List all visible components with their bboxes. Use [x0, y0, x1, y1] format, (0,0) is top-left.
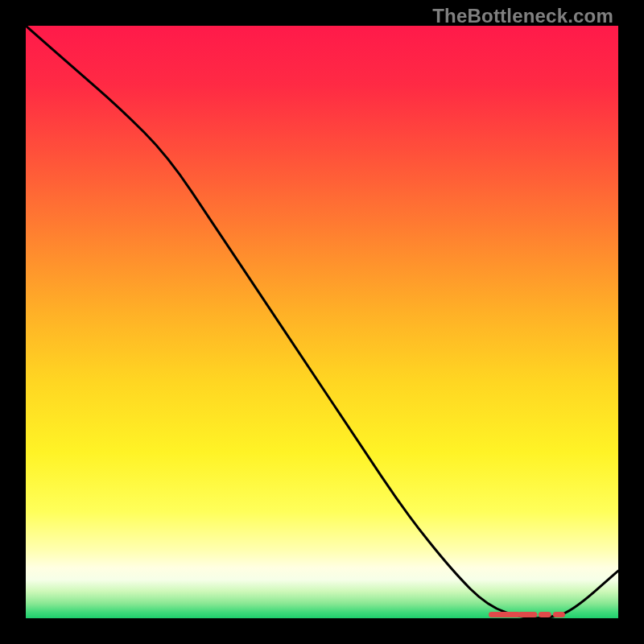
chart-frame: { "watermark": "TheBottleneck.com", "gra… — [0, 0, 644, 644]
plot-area — [26, 26, 618, 618]
svg-rect-0 — [26, 26, 618, 618]
gradient-background — [26, 26, 618, 618]
watermark-text: TheBottleneck.com — [432, 5, 613, 27]
